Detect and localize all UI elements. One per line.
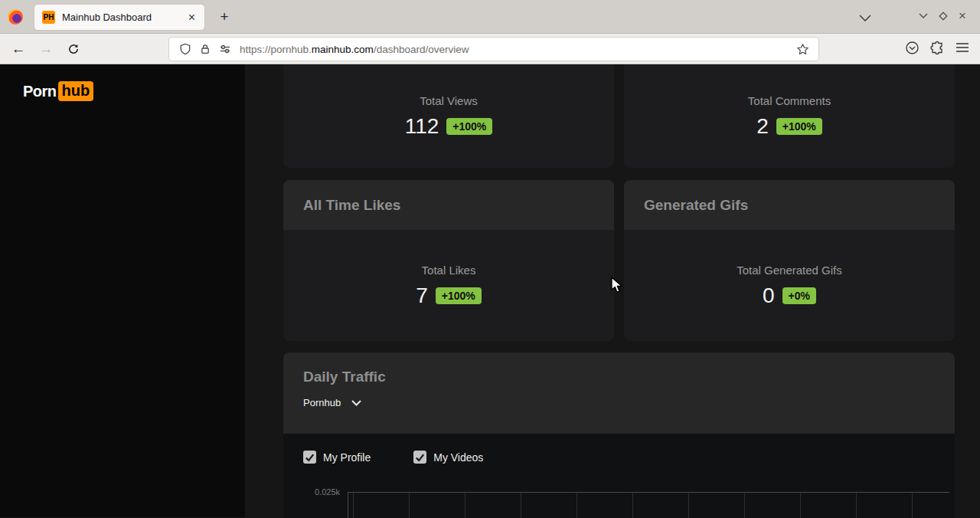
stat-label: Total Generated Gifs [737, 264, 842, 277]
card-title: All Time Likes [303, 197, 400, 214]
url-domain: mainhub.com [312, 44, 374, 55]
page: Porn hub Total Views 112 +100% Total Com… [0, 64, 980, 517]
bookmark-star-icon[interactable] [792, 39, 812, 59]
series-toggles: My Profile My Videos [303, 451, 955, 464]
checkbox-checked-icon[interactable] [303, 451, 316, 464]
logo-part-hub: hub [58, 81, 94, 101]
total-comments-card: Total Comments 2 +100% [624, 64, 955, 168]
window-controls: × [919, 9, 966, 22]
new-tab-button[interactable]: + [214, 7, 234, 27]
daily-traffic-body: My Profile My Videos 0.025k [283, 434, 955, 518]
chevron-down-icon[interactable] [351, 395, 361, 409]
daily-traffic-title: Daily Traffic [303, 369, 935, 385]
total-views-card: Total Views 112 +100% [283, 64, 614, 168]
delta-badge: +0% [782, 287, 816, 304]
forward-icon[interactable]: → [35, 34, 57, 64]
card-title: Generated Gifs [644, 197, 748, 214]
browser-toolbar: ← → https://pornhub.mainhub.com/dashboar… [0, 34, 980, 64]
y-axis-tick: 0.025k [303, 487, 340, 518]
main-content: Total Views 112 +100% Total Comments 2 +… [245, 64, 980, 517]
delta-badge: +100% [436, 287, 482, 304]
browser-tab[interactable]: PH Mainhub Dashboard × [34, 5, 204, 30]
stat-card-row: Total Views 112 +100% Total Comments 2 +… [283, 64, 955, 168]
permissions-icon[interactable] [215, 39, 235, 59]
daily-traffic-card: Daily Traffic Pornhub My Profile [283, 352, 955, 518]
window-maximize-icon[interactable] [938, 11, 949, 21]
titled-card-row: All Time Likes Total Likes 7 +100% Gener… [283, 180, 955, 341]
url-bar[interactable]: https://pornhub.mainhub.com/dashboard/ov… [168, 37, 819, 61]
browser-tab-bar: PH Mainhub Dashboard × + × [0, 0, 980, 34]
stat-label: Total Likes [416, 264, 482, 277]
daily-traffic-header: Daily Traffic Pornhub [283, 352, 955, 434]
toggle-my-profile[interactable]: My Profile [303, 451, 371, 464]
stat-label: Total Views [405, 94, 493, 107]
delta-badge: +100% [446, 118, 492, 135]
stat-label: Total Comments [748, 94, 831, 107]
logo-part-porn: Porn [23, 83, 57, 100]
stat-value: 112 [405, 114, 439, 139]
delta-badge: +100% [776, 118, 822, 135]
toolbar-right-icons [905, 34, 980, 64]
stat-value: 7 [416, 284, 428, 308]
hamburger-menu-icon[interactable] [956, 42, 969, 56]
sidebar: Porn hub [0, 64, 245, 517]
shield-icon[interactable] [175, 39, 195, 59]
url-path: /dashboard/overview [374, 44, 469, 55]
tab-close-icon[interactable]: × [187, 11, 197, 24]
chart-plot-area [348, 492, 949, 518]
card-header: Generated Gifs [624, 180, 955, 230]
reload-icon[interactable] [63, 34, 84, 64]
daily-traffic-chart: 0.025k [303, 492, 955, 518]
window-close-icon[interactable]: × [959, 9, 966, 22]
toggle-label: My Videos [433, 451, 483, 464]
toggle-label: My Profile [323, 451, 371, 464]
site-favicon: PH [42, 11, 55, 24]
firefox-icon [8, 9, 23, 25]
list-all-tabs-icon[interactable] [859, 11, 871, 25]
url-prefix: https://pornhub. [240, 44, 312, 55]
card-header: All Time Likes [283, 180, 614, 230]
tab-title: Mainhub Dashboard [62, 11, 187, 23]
toggle-my-videos[interactable]: My Videos [413, 451, 483, 464]
back-icon[interactable]: ← [8, 34, 29, 64]
pocket-icon[interactable] [905, 41, 920, 58]
generated-gifs-card: Generated Gifs Total Generated Gifs 0 +0… [624, 180, 955, 341]
pornhub-logo[interactable]: Porn hub [23, 81, 245, 101]
lock-icon[interactable] [195, 39, 215, 59]
extensions-puzzle-icon[interactable] [930, 41, 945, 58]
checkbox-checked-icon[interactable] [413, 451, 426, 464]
stat-value: 2 [756, 114, 769, 139]
window-minimize-icon[interactable] [919, 13, 928, 18]
site-selector-value[interactable]: Pornhub [303, 397, 341, 408]
all-time-likes-card: All Time Likes Total Likes 7 +100% [283, 180, 614, 341]
url-text[interactable]: https://pornhub.mainhub.com/dashboard/ov… [240, 44, 792, 55]
stat-value: 0 [763, 284, 775, 308]
